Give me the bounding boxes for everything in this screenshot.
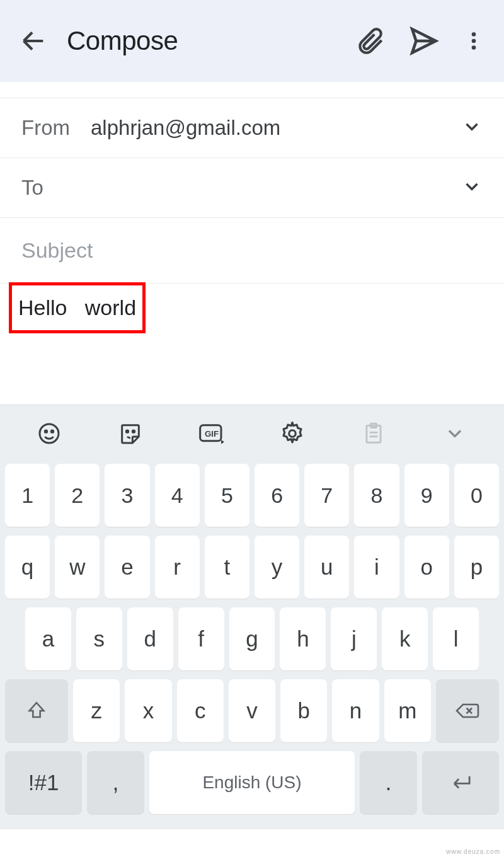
watermark: www.deuza.com [446,848,500,855]
attachment-icon[interactable] [354,25,386,57]
shift-key[interactable] [5,679,68,742]
collapse-chevron-icon[interactable] [441,420,469,447]
keyboard-row-bottom: !#1 , English (US) . [5,751,499,814]
key-e[interactable]: e [105,536,149,599]
key-r[interactable]: r [155,536,200,599]
highlight-box: Hello world [9,282,146,333]
key-2[interactable]: 2 [55,464,100,527]
symbols-key[interactable]: !#1 [5,751,82,814]
header-gap [0,82,504,98]
key-g[interactable]: g [229,607,275,670]
enter-key[interactable] [422,751,499,814]
chevron-down-icon[interactable] [461,176,483,200]
key-7[interactable]: 7 [304,464,349,527]
key-j[interactable]: j [331,607,377,670]
svg-point-2 [472,45,476,50]
key-u[interactable]: u [304,536,349,599]
from-label: From [21,116,72,140]
key-p[interactable]: p [454,536,499,599]
key-i[interactable]: i [354,536,399,599]
svg-point-5 [52,430,54,432]
key-f[interactable]: f [178,607,224,670]
key-6[interactable]: 6 [255,464,299,527]
key-8[interactable]: 8 [354,464,399,527]
key-q[interactable]: q [5,536,50,599]
svg-point-0 [472,32,476,37]
key-l[interactable]: l [433,607,479,670]
key-k[interactable]: k [382,607,428,670]
header-left: Compose [19,26,178,56]
key-h[interactable]: h [280,607,326,670]
backspace-key[interactable] [436,679,499,742]
svg-point-10 [289,430,296,437]
send-icon[interactable] [408,25,440,57]
key-0[interactable]: 0 [454,464,499,527]
keyboard: 1234567890 qwertyuiop asdfghjkl zxcvbnm … [0,461,504,829]
key-a[interactable]: a [25,607,71,670]
svg-point-4 [45,430,47,432]
keyboard-toolbar: GIF [0,405,504,461]
sticker-icon[interactable] [117,420,144,447]
key-w[interactable]: w [55,536,100,599]
svg-text:GIF: GIF [205,429,219,439]
svg-point-7 [132,430,134,432]
key-5[interactable]: 5 [205,464,249,527]
comma-key[interactable]: , [87,751,144,814]
to-field[interactable]: To [0,158,504,217]
svg-point-1 [472,39,476,43]
body-text[interactable]: Hello world [18,296,136,319]
from-value: alphrjan@gmail.com [91,116,280,140]
to-label: To [21,176,72,200]
compose-header: Compose [0,0,504,82]
space-key[interactable]: English (US) [149,751,355,814]
key-3[interactable]: 3 [105,464,149,527]
key-s[interactable]: s [76,607,122,670]
keyboard-row-numbers: 1234567890 [5,464,499,527]
svg-point-6 [126,430,128,432]
subject-placeholder: Subject [21,238,93,263]
key-c[interactable]: c [177,679,224,742]
key-n[interactable]: n [332,679,379,742]
period-key[interactable]: . [360,751,417,814]
key-b[interactable]: b [280,679,327,742]
keyboard-row-letters1: qwertyuiop [5,536,499,599]
key-1[interactable]: 1 [5,464,50,527]
key-d[interactable]: d [127,607,173,670]
key-m[interactable]: m [384,679,431,742]
key-o[interactable]: o [404,536,449,599]
keyboard-row-letters3: zxcvbnm [5,679,499,742]
back-arrow-icon[interactable] [19,26,48,55]
keyboard-row-letters2: asdfghjkl [5,607,499,670]
svg-point-3 [40,424,59,443]
key-4[interactable]: 4 [155,464,200,527]
gif-icon[interactable]: GIF [198,420,226,447]
clipboard-icon [360,420,387,447]
from-field[interactable]: From alphrjan@gmail.com [0,98,504,158]
key-9[interactable]: 9 [404,464,449,527]
key-v[interactable]: v [229,679,275,742]
more-menu-icon[interactable] [462,25,485,57]
subject-field[interactable]: Subject [0,218,504,283]
header-right [354,25,485,57]
key-z[interactable]: z [73,679,120,742]
key-y[interactable]: y [255,536,299,599]
chevron-down-icon[interactable] [461,116,483,140]
email-body-area[interactable]: Hello world [0,284,504,405]
emoji-icon[interactable] [35,420,63,447]
page-title: Compose [67,26,178,56]
settings-icon[interactable] [278,420,306,447]
key-x[interactable]: x [125,679,171,742]
key-t[interactable]: t [205,536,249,599]
